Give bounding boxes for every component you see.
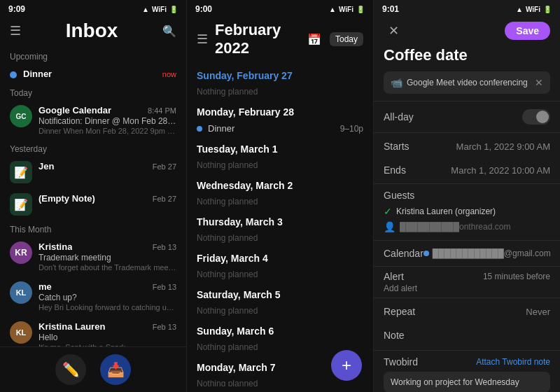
avatar: GC	[10, 105, 32, 127]
attach-twobird-note-button[interactable]: Attach Twobird note	[476, 357, 550, 367]
calendar-day-group: Sunday, February 27 Nothing planned	[187, 64, 373, 99]
ends-label: Ends	[384, 164, 406, 176]
alert-section: Alert 15 minutes before Add alert	[374, 268, 560, 296]
guest-item: 👤 ██████████onthread.com	[384, 219, 550, 234]
inbox-title: Inbox	[66, 20, 118, 42]
event-title: Coffee date	[374, 46, 560, 71]
nothing-planned: Nothing planned	[187, 303, 373, 318]
starts-row[interactable]: Starts March 1, 2022 9:00 AM	[374, 134, 560, 158]
list-item[interactable]: 📝 Jen Feb 27	[0, 156, 186, 188]
all-day-label: All-day	[384, 111, 414, 122]
calendar-day-group: Saturday, March 5 Nothing planned	[187, 284, 373, 318]
event-dot	[197, 126, 202, 132]
alert-label: Alert	[384, 271, 404, 282]
menu-icon[interactable]: ☰	[10, 23, 21, 38]
menu-icon[interactable]: ☰	[197, 31, 208, 47]
nothing-planned: Nothing planned	[187, 84, 373, 99]
video-icon: 📹	[391, 77, 402, 88]
twobird-note-text: Working on project for Wednesday	[391, 377, 519, 387]
add-alert-button[interactable]: Add alert	[384, 284, 550, 293]
list-item[interactable]: GC Google Calendar 8:44 PM Notification:…	[0, 100, 186, 140]
note-row[interactable]: Note	[374, 323, 560, 347]
twobird-row: Twobird Attach Twobird note	[384, 356, 550, 368]
day-header: Monday, February 28	[187, 101, 373, 120]
calendar-picker-icon[interactable]: 📅	[304, 29, 324, 49]
avatar: KL	[10, 281, 32, 304]
calendar-title: February 2022	[215, 21, 304, 57]
divider	[374, 240, 560, 241]
list-item[interactable]: Dinner now	[0, 64, 186, 84]
item-date: now	[162, 70, 176, 78]
avatar: KR	[10, 241, 32, 264]
repeat-row[interactable]: Repeat Never	[374, 300, 560, 323]
day-header: Friday, March 4	[187, 247, 373, 267]
detail-header: ✕ Save	[374, 17, 560, 46]
wifi-icon: WiFi	[339, 6, 354, 13]
event-name: Dinner	[208, 123, 335, 134]
item-preview: Hey Bri Looking forward to catching up s…	[38, 303, 176, 312]
time-3: 9:01	[382, 4, 399, 14]
nothing-planned: Nothing planned	[187, 267, 373, 282]
section-upcoming: Upcoming	[0, 48, 186, 64]
battery-icon: 🔋	[169, 6, 178, 13]
divider	[374, 298, 560, 298]
day-header: Wednesday, March 2	[187, 174, 373, 194]
battery-icon: 🔋	[356, 6, 365, 13]
calendar-day-group: Wednesday, March 2 Nothing planned	[187, 174, 373, 209]
cal-event-item[interactable]: Dinner 9–10p	[187, 120, 373, 136]
ends-value: March 1, 2022 10:00 AM	[451, 165, 550, 176]
item-name: Kristina	[38, 241, 72, 252]
item-content: Kristina Feb 13 Trademark meeting Don't …	[38, 241, 176, 272]
guest-item: ✓ Kristina Lauren (organizer)	[384, 204, 550, 219]
add-event-button[interactable]: +	[331, 350, 362, 381]
section-yesterday: Yesterday	[0, 140, 186, 156]
calendar-day-group: Friday, March 4 Nothing planned	[187, 247, 373, 282]
nothing-planned: Nothing planned	[187, 158, 373, 173]
item-subject: Notification: Dinner @ Mon Feb 28, 2022.…	[38, 116, 176, 126]
video-conferencing-bar: 📹 Google Meet video conferencing ✕	[384, 71, 550, 94]
status-bar-2: 9:00 ▲ WiFi 🔋	[187, 0, 373, 17]
inbox-header: ☰ Inbox 🔍	[0, 17, 186, 48]
item-name: Google Calendar	[38, 105, 111, 115]
save-button[interactable]: Save	[505, 22, 550, 40]
list-item[interactable]: KL me Feb 13 Catch up? Hey Bri Looking f…	[0, 276, 186, 316]
ends-row[interactable]: Ends March 1, 2022 10:00 AM	[374, 158, 560, 182]
twobird-note-box[interactable]: Working on project for Wednesday	[384, 372, 550, 392]
compose-button[interactable]: ✏️	[55, 354, 86, 385]
signal-icon: ▲	[516, 6, 523, 13]
status-bar-1: 9:09 ▲ WiFi 🔋	[0, 0, 186, 17]
item-name: Dinner	[23, 69, 52, 79]
search-icon[interactable]: 🔍	[162, 24, 176, 38]
guest-name: Kristina Lauren (organizer)	[396, 206, 496, 216]
nothing-planned: Nothing planned	[187, 230, 373, 246]
list-item[interactable]: KR Kristina Feb 13 Trademark meeting Don…	[0, 237, 186, 276]
item-name: Kristina Lauren	[38, 321, 105, 332]
item-name: (Empty Note)	[38, 193, 95, 204]
calendar-scroll[interactable]: Sunday, February 27 Nothing planned Mond…	[187, 64, 373, 386]
item-date: 8:44 PM	[148, 106, 176, 115]
inbox-bottom-bar: ✏️ 📥	[0, 346, 186, 392]
note-icon: 📝	[10, 161, 32, 183]
twobird-section: Twobird Attach Twobird note Working on p…	[374, 350, 560, 392]
avatar: KL	[10, 321, 32, 344]
alert-row[interactable]: Alert 15 minutes before	[384, 271, 550, 282]
item-name: me	[38, 281, 52, 292]
day-header: Tuesday, March 1	[187, 138, 373, 158]
calendar-row[interactable]: Calendar ████████████@gmail.com	[374, 242, 560, 265]
list-item[interactable]: 📝 (Empty Note) Feb 27	[0, 188, 186, 220]
all-day-row: All-day	[374, 103, 560, 131]
inbox-button[interactable]: 📥	[100, 354, 131, 385]
remove-video-button[interactable]: ✕	[535, 77, 543, 88]
all-day-toggle[interactable]	[522, 109, 550, 125]
section-this-month: This Month	[0, 220, 186, 237]
nothing-planned: Nothing planned	[187, 194, 373, 209]
item-date: Feb 13	[153, 323, 176, 331]
divider	[374, 101, 560, 102]
status-icons-1: ▲ WiFi 🔋	[142, 6, 178, 13]
today-button[interactable]: Today	[330, 32, 363, 46]
starts-value: March 1, 2022 9:00 AM	[456, 141, 550, 152]
video-conf-label: Google Meet video conferencing	[407, 78, 528, 88]
status-bar-3: 9:01 ▲ WiFi 🔋	[374, 0, 560, 17]
inbox-panel: 9:09 ▲ WiFi 🔋 ☰ Inbox 🔍 Upcoming Dinner …	[0, 0, 187, 392]
close-button[interactable]: ✕	[384, 21, 403, 41]
